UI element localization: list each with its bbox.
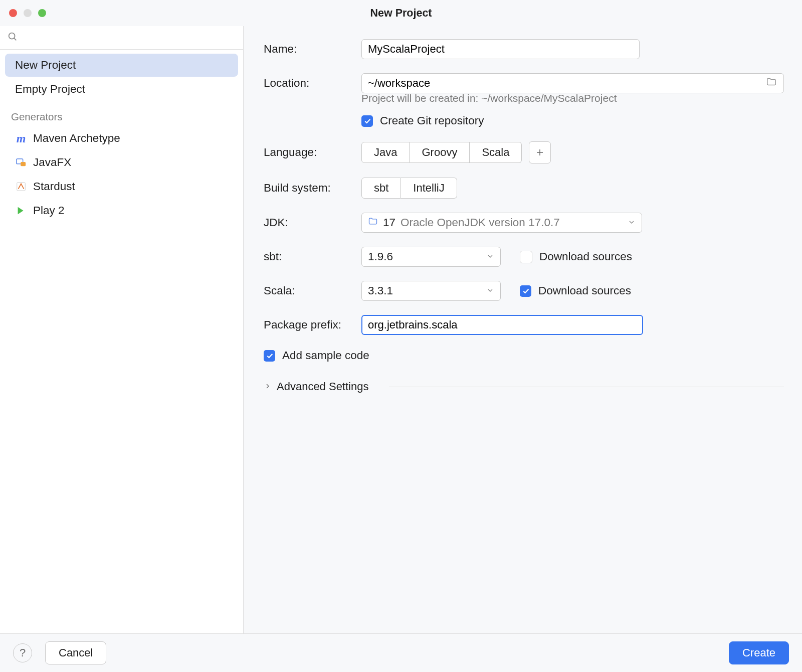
build-option-sbt[interactable]: sbt [361,178,401,199]
sample-code-label: Add sample code [282,349,369,362]
jdk-folder-icon [368,216,378,229]
scala-download-row[interactable]: Download sources [520,284,631,297]
sample-code-checkbox[interactable] [264,350,275,362]
build-segmented: sbt IntelliJ [361,178,457,199]
svg-line-1 [14,38,16,40]
create-button[interactable]: Create [729,641,789,664]
name-label: Name: [264,43,361,56]
scala-select[interactable]: 3.3.1 [361,281,501,301]
language-option-java[interactable]: Java [361,142,410,163]
scala-value: 3.3.1 [368,284,393,297]
svg-rect-3 [21,162,26,166]
scala-download-label: Download sources [538,284,631,297]
location-label: Location: [264,77,361,90]
language-option-groovy[interactable]: Groovy [410,142,470,163]
sidebar-item-javafx[interactable]: JavaFX [5,151,238,174]
sidebar: New Project Empty Project Generators m M… [0,26,244,633]
svg-point-0 [9,33,15,39]
browse-folder-icon[interactable] [766,76,777,90]
chevron-right-icon [264,380,272,393]
sbt-value: 1.9.6 [368,250,393,263]
stardust-icon [15,181,27,193]
sbt-download-row[interactable]: Download sources [520,250,632,263]
sample-code-row[interactable]: Add sample code [264,349,369,362]
git-checkbox-label: Create Git repository [380,114,484,127]
dialog-footer: ? Cancel Create [0,633,802,672]
package-prefix-label: Package prefix: [264,318,361,331]
jdk-version: 17 [383,216,395,229]
location-hint: Project will be created in: ~/workspace/… [361,92,784,104]
help-icon: ? [20,646,26,659]
window-title: New Project [0,7,802,20]
jdk-label: JDK: [264,216,361,229]
build-label: Build system: [264,182,361,195]
sidebar-item-empty-project[interactable]: Empty Project [5,78,238,101]
advanced-settings-toggle[interactable]: Advanced Settings [264,376,784,398]
language-label: Language: [264,146,361,159]
project-form: Name: Location: Project will be created … [244,26,802,633]
sbt-select[interactable]: 1.9.6 [361,247,501,267]
language-segmented: Java Groovy Scala [361,142,522,163]
cancel-button[interactable]: Cancel [45,641,106,664]
scala-label: Scala: [264,284,361,297]
help-button[interactable]: ? [13,643,32,662]
add-language-button[interactable] [529,141,551,163]
name-input[interactable] [361,39,640,59]
minimize-window-button[interactable] [24,9,32,17]
sbt-download-checkbox[interactable] [520,251,532,263]
titlebar: New Project [0,0,802,26]
zoom-window-button[interactable] [38,9,46,17]
jdk-desc: Oracle OpenJDK version 17.0.7 [400,216,560,229]
chevron-down-icon [486,250,494,263]
language-option-scala[interactable]: Scala [470,142,522,163]
sidebar-item-label: Play 2 [33,204,65,217]
maven-icon: m [15,132,27,144]
sidebar-item-maven-archetype[interactable]: m Maven Archetype [5,127,238,150]
sidebar-item-label: New Project [15,59,76,72]
build-option-intellij[interactable]: IntelliJ [401,178,457,199]
play-icon [15,205,27,217]
sidebar-item-label: Maven Archetype [33,132,120,145]
sidebar-item-play2[interactable]: Play 2 [5,199,238,222]
javafx-icon [15,156,27,169]
location-input[interactable] [361,73,784,93]
sidebar-item-label: Stardust [33,180,75,193]
sidebar-item-label: JavaFX [33,156,71,169]
sidebar-item-label: Empty Project [15,83,85,96]
git-checkbox[interactable] [361,115,373,127]
jdk-select[interactable]: 17 Oracle OpenJDK version 17.0.7 [361,213,642,233]
scala-download-checkbox[interactable] [520,285,531,297]
sidebar-item-stardust[interactable]: Stardust [5,175,238,198]
window-controls [9,9,46,17]
advanced-settings-label: Advanced Settings [277,380,368,393]
sidebar-generators-heading: Generators [0,102,243,126]
new-project-dialog: New Project New Project Empty Project [0,0,802,672]
search-icon [7,31,18,45]
package-prefix-input[interactable] [361,315,643,335]
sidebar-search[interactable] [0,26,243,50]
sidebar-item-new-project[interactable]: New Project [5,54,238,77]
sbt-download-label: Download sources [539,250,632,263]
sidebar-search-input[interactable] [23,32,236,45]
chevron-down-icon [486,284,494,297]
git-checkbox-row[interactable]: Create Git repository [361,114,484,127]
sbt-label: sbt: [264,250,361,263]
close-window-button[interactable] [9,9,17,17]
chevron-down-icon [628,216,636,229]
